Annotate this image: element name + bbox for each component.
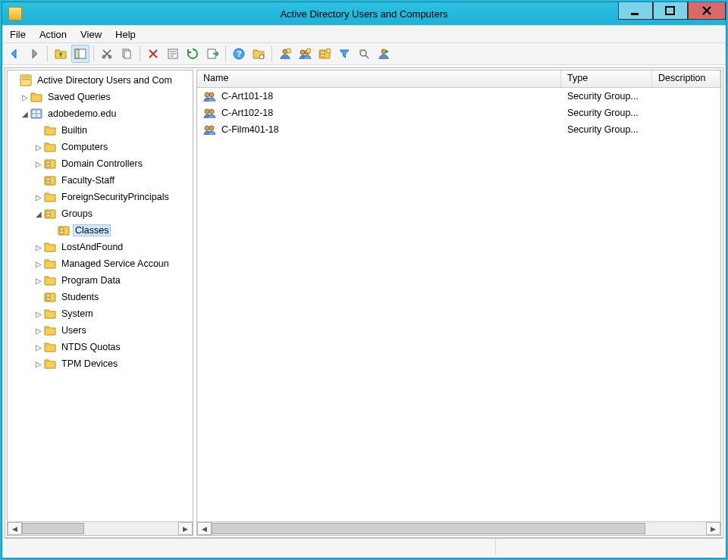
- expander-icon[interactable]: ▷: [33, 243, 44, 252]
- delete-button[interactable]: [144, 45, 162, 63]
- tree-domain[interactable]: ◢ adobedemo.edu: [8, 105, 193, 122]
- ou-icon: [58, 224, 70, 236]
- toolbar-separator: [93, 46, 94, 61]
- tree-foreign-security-principals[interactable]: ▷ ForeignSecurityPrincipals: [8, 189, 193, 205]
- folder-icon: [44, 274, 56, 286]
- expander-icon[interactable]: ▷: [33, 193, 44, 202]
- list-body[interactable]: C-Art101-18 Security Group... C-Art102-1…: [197, 88, 720, 521]
- tree-computers[interactable]: ▷ Computers: [8, 139, 193, 155]
- new-group-button[interactable]: [296, 45, 314, 63]
- scroll-thumb[interactable]: [22, 523, 84, 534]
- toolbar-separator: [140, 46, 140, 61]
- up-button[interactable]: [52, 45, 70, 63]
- tree-builtin[interactable]: ▷ Builtin: [8, 122, 193, 139]
- expander-icon[interactable]: ▷: [20, 93, 30, 102]
- list-item-name: C-Art102-18: [221, 108, 273, 118]
- scroll-track[interactable]: [22, 523, 178, 534]
- tree-managed-service-accounts[interactable]: ▷ Managed Service Accoun: [8, 255, 193, 272]
- tree-classes[interactable]: ▷ Classes: [8, 222, 193, 239]
- menu-file[interactable]: File: [10, 29, 26, 40]
- tree-lostandfound[interactable]: ▷ LostAndFound: [8, 239, 193, 255]
- folder-icon: [44, 341, 56, 353]
- minimize-button[interactable]: [618, 2, 653, 20]
- expander-icon[interactable]: ▷: [33, 360, 44, 368]
- back-button[interactable]: [5, 45, 24, 63]
- tree-groups[interactable]: ◢ Groups: [8, 205, 193, 222]
- column-description[interactable]: Description: [652, 70, 720, 87]
- properties-button[interactable]: [164, 45, 182, 63]
- ou-icon: [44, 291, 56, 303]
- tree-faculty-staff[interactable]: ▷ Faculty-Staff: [8, 172, 193, 189]
- list-item-type: Security Group...: [561, 91, 652, 102]
- scroll-left-button[interactable]: ◀: [8, 522, 22, 535]
- tree-item-label: Computers: [59, 142, 110, 152]
- tree-view[interactable]: ▸ Active Directory Users and Com ▷ Saved…: [8, 70, 193, 521]
- menu-help[interactable]: Help: [115, 29, 136, 40]
- folder-icon: [44, 141, 56, 153]
- ou-icon: [44, 174, 56, 186]
- menu-action[interactable]: Action: [39, 29, 67, 40]
- list-hscrollbar[interactable]: ◀ ▶: [197, 521, 720, 535]
- expander-icon[interactable]: ▷: [33, 277, 44, 285]
- toolbar-separator: [271, 46, 272, 61]
- status-cell: [496, 539, 723, 555]
- scroll-track[interactable]: [212, 523, 706, 534]
- scroll-right-button[interactable]: ▶: [706, 522, 720, 535]
- expander-icon[interactable]: ◢: [20, 110, 30, 118]
- expander-icon[interactable]: ▷: [33, 327, 44, 335]
- refresh-button[interactable]: [184, 45, 202, 63]
- list-item[interactable]: C-Film401-18 Security Group...: [197, 121, 720, 138]
- tree-root[interactable]: ▸ Active Directory Users and Com: [8, 72, 193, 89]
- title-bar[interactable]: Active Directory Users and Computers: [2, 2, 726, 25]
- cut-button[interactable]: [98, 45, 116, 63]
- forward-button[interactable]: [25, 45, 43, 63]
- expander-icon[interactable]: ▷: [33, 260, 44, 268]
- add-to-group-button[interactable]: [375, 45, 393, 63]
- expander-icon[interactable]: ▷: [33, 143, 44, 152]
- list-header[interactable]: Name Type Description: [197, 70, 720, 88]
- expander-icon[interactable]: ▷: [33, 310, 44, 318]
- tree-users[interactable]: ▷ Users: [8, 322, 193, 339]
- close-button[interactable]: [688, 2, 726, 20]
- show-hide-tree-button[interactable]: [71, 45, 89, 63]
- maximize-button[interactable]: [653, 2, 688, 20]
- new-ou-button[interactable]: [315, 45, 334, 63]
- tree-domain-controllers[interactable]: ▷ Domain Controllers: [8, 155, 193, 172]
- expander-icon[interactable]: ◢: [33, 210, 44, 218]
- tree-students[interactable]: ▷ Students: [8, 289, 193, 305]
- group-icon: [203, 107, 215, 119]
- svg-rect-28: [631, 13, 639, 15]
- expander-icon[interactable]: ▷: [33, 160, 44, 168]
- new-user-button[interactable]: [276, 45, 294, 63]
- column-name[interactable]: Name: [197, 70, 561, 87]
- list-item-name: C-Art101-18: [221, 91, 273, 102]
- list-item[interactable]: C-Art101-18 Security Group...: [197, 88, 720, 105]
- ou-icon: [44, 208, 56, 220]
- app-icon: [20, 74, 32, 86]
- show-hide-action-pane-button[interactable]: [249, 45, 268, 63]
- scroll-right-button[interactable]: ▶: [178, 522, 193, 535]
- toolbar-separator: [225, 46, 226, 61]
- tree-system[interactable]: ▷ System: [8, 305, 193, 322]
- tree-ntds-quotas[interactable]: ▷ NTDS Quotas: [8, 339, 193, 355]
- column-type[interactable]: Type: [561, 70, 652, 87]
- tree-hscrollbar[interactable]: ◀ ▶: [8, 521, 193, 535]
- client-area: ▸ Active Directory Users and Com ▷ Saved…: [5, 67, 723, 538]
- help-button[interactable]: [230, 45, 248, 63]
- expander-icon[interactable]: ▷: [33, 343, 44, 352]
- tree-saved-queries[interactable]: ▷ Saved Queries: [8, 89, 193, 105]
- export-list-button[interactable]: [203, 45, 221, 63]
- scroll-left-button[interactable]: ◀: [197, 522, 212, 535]
- folder-icon: [44, 191, 56, 203]
- menu-view[interactable]: View: [80, 29, 102, 40]
- folder-icon: [44, 124, 56, 136]
- tree-root-label: Active Directory Users and Com: [35, 75, 174, 86]
- tree-program-data[interactable]: ▷ Program Data: [8, 272, 193, 289]
- list-item[interactable]: C-Art102-18 Security Group...: [197, 105, 720, 121]
- copy-button[interactable]: [118, 45, 136, 63]
- scroll-thumb[interactable]: [212, 523, 645, 534]
- find-button[interactable]: [355, 45, 373, 63]
- filter-button[interactable]: [335, 45, 353, 63]
- tree-tpm-devices[interactable]: ▷ TPM Devices: [8, 355, 193, 372]
- domain-icon: [30, 108, 42, 120]
